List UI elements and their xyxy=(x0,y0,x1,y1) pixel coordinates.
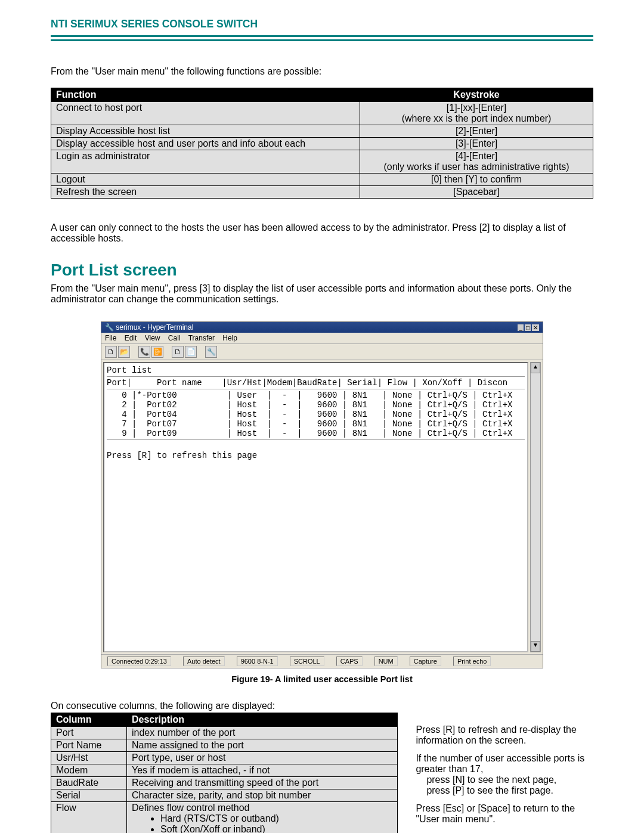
table-row: Port NameName assigned to the port xyxy=(51,739,398,752)
minimize-icon[interactable]: _ xyxy=(518,324,524,331)
status-connected: Connected 0:29:13 xyxy=(107,657,171,666)
doc-header: NTI SERIMUX SERIES CONSOLE SWITCH xyxy=(51,18,593,30)
col-header-column: Column xyxy=(51,713,127,727)
close-icon[interactable]: ✕ xyxy=(532,324,539,331)
top-divider xyxy=(51,35,593,41)
maximize-icon[interactable]: □ xyxy=(525,324,531,331)
toolbar-btn[interactable]: 📄 xyxy=(185,346,197,358)
table-row: Logout [0] then [Y] to confirm xyxy=(51,174,593,186)
toolbar[interactable]: 🗋📂 📞📴 🗋📄 🔧 xyxy=(101,343,543,360)
window-title-text: 🔧 serimux - HyperTerminal xyxy=(105,323,193,332)
status-bar: Connected 0:29:13 Auto detect 9600 8-N-1… xyxy=(101,654,543,668)
table-row: Connect to host port [1]-[xx]-[Enter] (w… xyxy=(51,102,593,125)
flow-bullets: Hard (RTS/CTS or outband) Soft (Xon/Xoff… xyxy=(132,813,392,833)
scroll-up-icon[interactable]: ▲ xyxy=(531,363,540,373)
menu-file[interactable]: File xyxy=(105,334,116,342)
side-note-return: Press [Esc] or [Space] to return to the … xyxy=(416,803,593,825)
side-note-refresh: Press [R] to refresh and re-display the … xyxy=(416,724,593,746)
intro-paragraph: From the "User main menu" the following … xyxy=(51,66,593,77)
func-cell: Login as administrator xyxy=(51,150,360,174)
keystroke-cell: [3]-[Enter] xyxy=(360,138,593,150)
status-num: NUM xyxy=(374,657,398,666)
menu-call[interactable]: Call xyxy=(168,334,181,342)
keystroke-cell: [0] then [Y] to confirm xyxy=(360,174,593,186)
func-cell: Refresh the screen xyxy=(51,186,360,199)
table-row: BaudRateReceiving and transmitting speed… xyxy=(51,777,398,789)
list-item: Hard (RTS/CTS or outband) xyxy=(160,813,392,824)
keystroke-cell: [2]-[Enter] xyxy=(360,125,593,138)
table-row: Refresh the screen [Spacebar] xyxy=(51,186,593,199)
columns-intro: On consecutive columns, the following ar… xyxy=(51,701,593,711)
scrollbar[interactable]: ▲ ▼ xyxy=(530,362,541,652)
menu-help[interactable]: Help xyxy=(222,334,237,342)
func-cell: Display accessible host and user ports a… xyxy=(51,138,360,150)
toolbar-btn[interactable]: 🗋 xyxy=(105,346,117,358)
status-baud: 9600 8-N-1 xyxy=(237,657,278,666)
side-note-pages: If the number of user accessible ports i… xyxy=(416,753,593,796)
toolbar-btn[interactable]: 📂 xyxy=(118,346,130,358)
table-row: Usr/HstPort type, user or host xyxy=(51,752,398,764)
side-notes: Press [R] to refresh and re-display the … xyxy=(416,713,593,833)
func-cell: Logout xyxy=(51,174,360,186)
func-header-fn: Function xyxy=(51,88,360,102)
section-paragraph: From the "User main menu", press [3] to … xyxy=(51,283,593,305)
func-cell: Display Accessible host list xyxy=(51,125,360,138)
table-row: ModemYes if modem is attached, - if not xyxy=(51,764,398,777)
toolbar-btn[interactable]: 📞 xyxy=(138,346,150,358)
table-row: Login as administrator [4]-[Enter] (only… xyxy=(51,150,593,174)
window-controls[interactable]: _□✕ xyxy=(516,323,539,332)
menu-transfer[interactable]: Transfer xyxy=(188,334,215,342)
table-row: Display accessible host and user ports a… xyxy=(51,138,593,150)
menu-view[interactable]: View xyxy=(145,334,160,342)
menu-bar[interactable]: File Edit View Call Transfer Help xyxy=(101,333,543,343)
section-heading: Port List screen xyxy=(51,261,593,280)
status-echo: Print echo xyxy=(453,657,491,666)
figure-caption: Figure 19- A limited user accessible Por… xyxy=(51,674,593,684)
columns-table: Column Description Portindex number of t… xyxy=(51,713,398,833)
access-paragraph: A user can only connect to the hosts the… xyxy=(51,222,593,244)
keystroke-cell: [4]-[Enter] (only works if user has admi… xyxy=(360,150,593,174)
table-row: Portindex number of the port xyxy=(51,727,398,739)
terminal-content[interactable]: Port list Port| Port name |Usr/Hst|Modem… xyxy=(103,362,528,652)
toolbar-btn[interactable]: 🔧 xyxy=(205,346,217,358)
flow-desc: Defines flow control method xyxy=(132,803,249,813)
keystroke-cell: [Spacebar] xyxy=(360,186,593,199)
menu-edit[interactable]: Edit xyxy=(125,334,137,342)
table-row: SerialCharacter size, parity, and stop b… xyxy=(51,789,398,802)
toolbar-btn[interactable]: 📴 xyxy=(151,346,163,358)
func-header-keystroke: Keystroke xyxy=(360,88,593,102)
status-scroll: SCROLL xyxy=(290,657,324,666)
func-cell: Connect to host port xyxy=(51,102,360,125)
table-row: Flow Defines flow control method Hard (R… xyxy=(51,802,398,834)
table-row: Display Accessible host list [2]-[Enter] xyxy=(51,125,593,138)
toolbar-btn[interactable]: 🗋 xyxy=(172,346,184,358)
status-caps: CAPS xyxy=(336,657,363,666)
scroll-down-icon[interactable]: ▼ xyxy=(531,641,540,652)
window-titlebar: 🔧 serimux - HyperTerminal _□✕ xyxy=(101,322,543,333)
list-item: Soft (Xon/Xoff or inband) xyxy=(160,824,392,833)
function-table: Function Keystroke Connect to host port … xyxy=(51,88,593,199)
col-header-description: Description xyxy=(127,713,398,727)
keystroke-cell: [1]-[xx]-[Enter] (where xx is the port i… xyxy=(360,102,593,125)
status-detect: Auto detect xyxy=(183,657,225,666)
hyperterminal-window: 🔧 serimux - HyperTerminal _□✕ File Edit … xyxy=(101,321,543,668)
status-capture: Capture xyxy=(410,657,441,666)
